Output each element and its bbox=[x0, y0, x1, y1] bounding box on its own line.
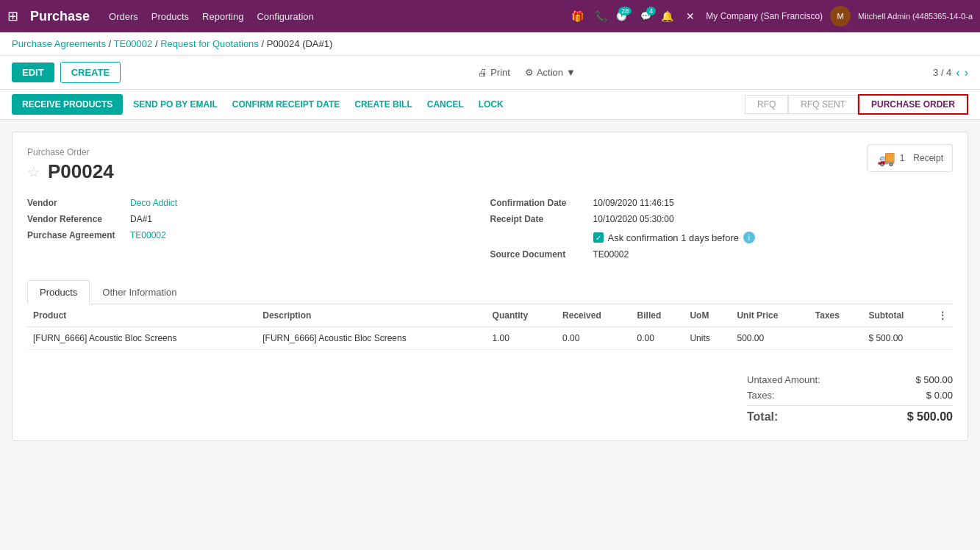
po-title-row: ☆ P00024 bbox=[27, 160, 953, 183]
col-description: Description bbox=[257, 304, 486, 327]
print-label: Print bbox=[490, 67, 510, 78]
phone-icon[interactable]: 📞 bbox=[593, 8, 609, 24]
source-document-label: Source Document bbox=[490, 249, 593, 260]
po-number: P00024 bbox=[48, 160, 114, 183]
receipt-date-field: Receipt Date 10/10/2020 05:30:00 bbox=[490, 214, 954, 224]
taxes-row: Taxes: $ 0.00 bbox=[747, 388, 953, 403]
tab-other-information[interactable]: Other Information bbox=[90, 280, 189, 304]
col-received: Received bbox=[557, 304, 631, 327]
fields-grid: Vendor Deco Addict Vendor Reference DA#1… bbox=[27, 198, 953, 265]
checkbox-ask-confirmation[interactable]: ✓ bbox=[593, 232, 604, 243]
source-document-value: TE00002 bbox=[593, 249, 629, 260]
cell-unit-price[interactable]: 500.00 bbox=[731, 327, 809, 350]
table-row: [FURN_6666] Acoustic Bloc Screens [FURN_… bbox=[27, 327, 953, 350]
purchase-agreement-value[interactable]: TE00002 bbox=[130, 230, 166, 240]
edit-button[interactable]: EDIT bbox=[12, 63, 54, 82]
action-label: Action bbox=[537, 67, 563, 78]
create-button[interactable]: CREATE bbox=[60, 62, 121, 83]
source-document-field: Source Document TE00002 bbox=[490, 249, 954, 260]
nav-products[interactable]: Products bbox=[151, 11, 189, 22]
ask-confirmation-text: Ask confirmation 1 days before bbox=[608, 232, 739, 243]
grid-icon[interactable]: ⊞ bbox=[7, 8, 18, 24]
receipt-date-value: 10/10/2020 05:30:00 bbox=[593, 214, 674, 224]
product-table: Product Description Quantity Received Bi… bbox=[27, 304, 953, 350]
breadcrumb-te-code[interactable]: TE00002 bbox=[114, 38, 153, 49]
print-button[interactable]: 🖨 Print bbox=[478, 67, 510, 78]
receive-products-button[interactable]: RECEIVE PRODUCTS bbox=[12, 94, 123, 115]
topbar: ⊞ Purchase Orders Products Reporting Con… bbox=[0, 0, 980, 32]
confirm-receipt-date-button[interactable]: CONFIRM RECEIPT DATE bbox=[225, 94, 347, 115]
status-rfq-sent[interactable]: RFQ SENT bbox=[788, 95, 858, 114]
avatar[interactable]: M bbox=[830, 6, 851, 26]
next-page-button[interactable]: › bbox=[965, 66, 968, 79]
status-pills: RFQ RFQ SENT PURCHASE ORDER bbox=[745, 94, 968, 115]
col-subtotal: Subtotal bbox=[862, 304, 932, 327]
purchase-agreement-label: Purchase Agreement bbox=[27, 230, 130, 240]
create-bill-button[interactable]: CREATE BILL bbox=[347, 94, 419, 115]
taxes-value: $ 0.00 bbox=[926, 390, 953, 401]
cell-description: [FURN_6666] Acoustic Bloc Screens bbox=[257, 327, 486, 350]
tab-products[interactable]: Products bbox=[27, 280, 90, 304]
breadcrumb-rfq[interactable]: Request for Quotations bbox=[160, 38, 259, 49]
bell-icon[interactable]: 🔔 bbox=[659, 8, 675, 24]
col-billed: Billed bbox=[632, 304, 684, 327]
vendor-value[interactable]: Deco Addict bbox=[130, 198, 177, 208]
tabs-bar: Products Other Information bbox=[27, 280, 953, 304]
cell-received: 0.00 bbox=[557, 327, 631, 350]
action-dropdown[interactable]: ⚙ Action ▼ bbox=[525, 67, 576, 78]
info-icon[interactable]: i bbox=[743, 232, 755, 243]
clock-badge-icon[interactable]: 🕐28 bbox=[616, 11, 627, 21]
action-bar: EDIT CREATE 🖨 Print ⚙ Action ▼ 3 / 4 ‹ › bbox=[0, 56, 980, 90]
nav-reporting[interactable]: Reporting bbox=[202, 11, 243, 22]
untaxed-value: $ 500.00 bbox=[915, 374, 953, 385]
fields-left: Vendor Deco Addict Vendor Reference DA#1… bbox=[27, 198, 490, 265]
gear-icon: ⚙ bbox=[525, 67, 534, 78]
company-name: My Company (San Francisco) bbox=[706, 11, 823, 21]
vendor-ref-label: Vendor Reference bbox=[27, 214, 130, 224]
app-name: Purchase bbox=[30, 9, 90, 24]
lock-button[interactable]: LOCK bbox=[471, 94, 511, 115]
user-name: Mitchell Admin (4485365-14-0-a bbox=[858, 12, 973, 21]
send-po-email-button[interactable]: SEND PO BY EMAIL bbox=[126, 94, 224, 115]
chat-badge-icon[interactable]: 💬4 bbox=[640, 11, 651, 21]
cell-quantity[interactable]: 1.00 bbox=[487, 327, 557, 350]
total-label: Total: bbox=[747, 410, 778, 424]
col-uom: UoM bbox=[684, 304, 731, 327]
confirmation-date-field: Confirmation Date 10/09/2020 11:46:15 bbox=[490, 198, 954, 208]
receipt-label: Receipt bbox=[913, 153, 943, 163]
status-rfq[interactable]: RFQ bbox=[745, 95, 788, 114]
receipt-count: 1 bbox=[900, 153, 905, 163]
nav-orders[interactable]: Orders bbox=[109, 11, 138, 22]
total-value: $ 500.00 bbox=[907, 410, 953, 424]
breadcrumb: Purchase Agreements / TE00002 / Request … bbox=[0, 32, 980, 56]
col-quantity: Quantity bbox=[487, 304, 557, 327]
nav-configuration[interactable]: Configuration bbox=[257, 11, 313, 22]
confirmation-date-label: Confirmation Date bbox=[490, 198, 593, 208]
confirmation-date-value: 10/09/2020 11:46:15 bbox=[593, 198, 674, 208]
receipt-badge[interactable]: 🚚 1 Receipt bbox=[868, 144, 953, 172]
breadcrumb-purchase-agreements[interactable]: Purchase Agreements bbox=[12, 38, 106, 49]
status-purchase-order[interactable]: PURCHASE ORDER bbox=[858, 94, 968, 115]
pagination: 3 / 4 ‹ › bbox=[933, 66, 968, 79]
cancel-button[interactable]: CANCEL bbox=[420, 94, 471, 115]
print-icon: 🖨 bbox=[478, 67, 487, 78]
fields-right: Confirmation Date 10/09/2020 11:46:15 Re… bbox=[490, 198, 954, 265]
prev-page-button[interactable]: ‹ bbox=[956, 66, 959, 79]
top-nav: Orders Products Reporting Configuration bbox=[109, 11, 557, 22]
cell-taxes bbox=[809, 327, 863, 350]
taxes-label: Taxes: bbox=[747, 390, 775, 401]
col-menu: ⋮ bbox=[932, 304, 953, 327]
gift-icon[interactable]: 🎁 bbox=[569, 8, 585, 24]
cell-billed: 0.00 bbox=[632, 327, 684, 350]
breadcrumb-sep1: / bbox=[109, 38, 114, 49]
topbar-right: 🎁 📞 🕐28 💬4 🔔 ✕ My Company (San Francisco… bbox=[569, 6, 973, 26]
ask-confirmation-field: ✓ Ask confirmation 1 days before i bbox=[490, 230, 954, 243]
truck-icon: 🚚 bbox=[877, 149, 895, 167]
close-icon[interactable]: ✕ bbox=[682, 8, 698, 24]
cell-product[interactable]: [FURN_6666] Acoustic Bloc Screens bbox=[27, 327, 257, 350]
confirm-row: ✓ Ask confirmation 1 days before i bbox=[593, 232, 755, 243]
totals-section: Untaxed Amount: $ 500.00 Taxes: $ 0.00 T… bbox=[27, 365, 953, 426]
cell-row-menu bbox=[932, 327, 953, 350]
col-product: Product bbox=[27, 304, 257, 327]
star-icon[interactable]: ☆ bbox=[27, 163, 40, 181]
